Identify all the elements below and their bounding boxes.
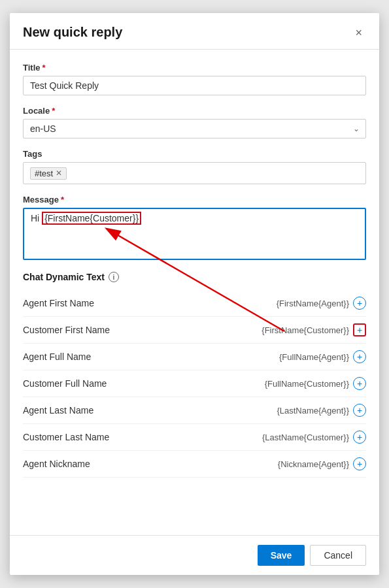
dynamic-row-label: Customer Full Name — [23, 378, 107, 389]
close-button[interactable]: × — [351, 25, 366, 40]
locale-field-group: Locale * en-US fr-FR de-DE es-ES ⌄ — [23, 106, 366, 139]
add-variable-button[interactable]: + — [353, 431, 366, 444]
dynamic-row: Customer Last Name {LastName{Customer}} … — [23, 424, 366, 451]
tag-item: #test ✕ — [30, 167, 67, 180]
tag-remove-button[interactable]: ✕ — [56, 169, 62, 178]
dialog-footer: Save Cancel — [10, 535, 379, 575]
dynamic-row: Agent First Name {FirstName{Agent}} + — [23, 290, 366, 317]
add-variable-button[interactable]: + — [353, 457, 366, 470]
dynamic-text-header: Chat Dynamic Text i — [23, 272, 366, 282]
save-button[interactable]: Save — [258, 545, 305, 566]
dynamic-row-right: {LastName{Customer}} + — [262, 431, 366, 444]
add-customer-firstname-button[interactable]: + — [353, 323, 366, 336]
add-variable-button[interactable]: + — [353, 297, 366, 310]
dialog-title: New quick reply — [23, 25, 122, 40]
dynamic-row-right: {Nickname{Agent}} + — [278, 457, 366, 470]
add-variable-button[interactable]: + — [353, 377, 366, 390]
tag-value: #test — [35, 169, 53, 178]
dynamic-var-text: {LastName{Agent}} — [277, 406, 349, 416]
tags-input-container[interactable]: #test ✕ — [23, 162, 366, 184]
dynamic-var-text: {FirstName{Agent}} — [277, 299, 349, 308]
message-label: Message * — [23, 195, 366, 204]
message-prefix: Hi — [31, 213, 42, 223]
title-field-group: Title * — [23, 63, 366, 95]
dynamic-row-right: {FirstName{Customer}} + — [262, 323, 366, 336]
dynamic-var-text: {FullName{Customer}} — [265, 379, 349, 389]
dynamic-row: Customer First Name {FirstName{Customer}… — [23, 317, 366, 344]
dynamic-row-label: Customer Last Name — [23, 432, 109, 442]
dynamic-row: Agent Last Name {LastName{Agent}} + — [23, 397, 366, 424]
dynamic-row: Agent Full Name {FullName{Agent}} + — [23, 344, 366, 370]
tags-field-group: Tags #test ✕ — [23, 149, 366, 184]
cancel-button[interactable]: Cancel — [310, 545, 366, 566]
title-input[interactable] — [23, 76, 366, 95]
add-variable-button[interactable]: + — [353, 404, 366, 417]
message-textarea[interactable]: Hi {FirstName{Customer}} — [23, 208, 366, 260]
dynamic-row: Customer Full Name {FullName{Customer}} … — [23, 370, 366, 397]
dynamic-row: Agent Nickname {Nickname{Agent}} + — [23, 451, 366, 478]
locale-required-star: * — [52, 106, 55, 116]
dialog-body: Title * Locale * en-US fr-FR de-DE es-ES… — [10, 50, 379, 535]
tags-label: Tags — [23, 149, 366, 159]
dynamic-row-right: {LastName{Agent}} + — [277, 404, 366, 417]
new-quick-reply-dialog: New quick reply × Title * Locale * en-US… — [10, 13, 379, 575]
title-label: Title * — [23, 63, 366, 73]
dynamic-row-label: Agent Full Name — [23, 351, 91, 362]
dynamic-row-label: Agent First Name — [23, 298, 94, 308]
dynamic-row-right: {FullName{Agent}} + — [279, 350, 366, 363]
dynamic-var-text: {FullName{Agent}} — [279, 352, 349, 362]
dynamic-var-text: {LastName{Customer}} — [262, 433, 349, 442]
message-required-star: * — [61, 195, 64, 204]
info-icon[interactable]: i — [109, 272, 119, 282]
locale-label: Locale * — [23, 106, 366, 116]
add-variable-button[interactable]: + — [353, 350, 366, 363]
dynamic-row-right: {FullName{Customer}} + — [265, 377, 366, 390]
dynamic-var-text: {FirstName{Customer}} — [262, 325, 349, 335]
title-required-star: * — [42, 63, 46, 73]
dynamic-row-label: Customer First Name — [23, 325, 110, 335]
dynamic-row-label: Agent Nickname — [23, 459, 90, 469]
dynamic-row-right: {FirstName{Agent}} + — [277, 297, 366, 310]
message-field-group: Message * Hi {FirstName{Customer}} — [23, 195, 366, 260]
message-variable: {FirstName{Customer}} — [42, 212, 141, 225]
dynamic-text-section: Chat Dynamic Text i Agent First Name {Fi… — [23, 272, 366, 478]
dialog-header: New quick reply × — [10, 13, 379, 50]
dynamic-row-label: Agent Last Name — [23, 405, 93, 416]
locale-select[interactable]: en-US fr-FR de-DE es-ES — [23, 119, 366, 139]
dynamic-var-text: {Nickname{Agent}} — [278, 459, 349, 469]
locale-select-wrapper: en-US fr-FR de-DE es-ES ⌄ — [23, 119, 366, 139]
